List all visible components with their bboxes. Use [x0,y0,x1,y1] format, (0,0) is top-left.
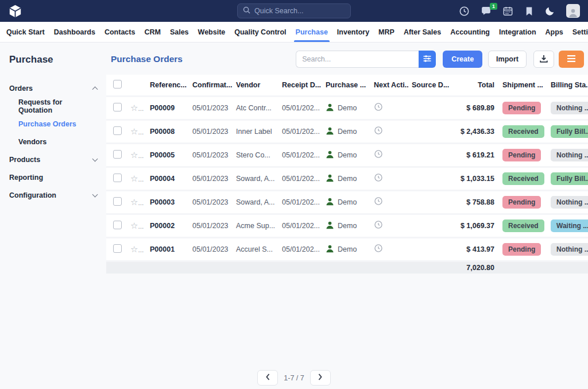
nav-item-website[interactable]: Website [194,22,230,42]
bookmark-icon[interactable] [524,6,534,16]
sidebar-item-products[interactable]: Products [0,151,106,168]
vendor-cell: Inner Label [233,120,278,143]
table-row[interactable]: ☆... P00003 05/01/2023 Soward, A... 05/0… [106,190,588,214]
confirmation-date-cell: 05/01/2023 [189,96,233,120]
create-button[interactable]: Create [443,51,482,68]
row-checkbox[interactable] [113,150,122,159]
activity-clock-icon[interactable] [374,105,383,113]
nav-item-purchase[interactable]: Purchase [291,22,332,42]
sidebar-item-orders[interactable]: Orders [0,79,106,97]
shipment-status-cell: Received [499,167,547,190]
nav-item-inventory[interactable]: Inventory [332,22,374,42]
receipt-date-cell: 05/01/202... [278,167,322,190]
receipt-date-cell: 05/01/202... [278,214,322,237]
activity-clock-icon[interactable] [374,247,383,255]
clock-icon[interactable] [459,6,470,17]
quick-search[interactable] [237,3,351,18]
column-header-source-document[interactable]: Source D... [408,75,450,96]
star-icon[interactable]: ☆ [130,150,138,160]
row-checkbox[interactable] [113,244,122,253]
activity-clock-icon[interactable] [374,199,383,207]
filter-button[interactable] [419,51,436,68]
shipment-status-badge: Received [502,219,544,232]
activity-clock-icon[interactable] [374,176,383,184]
list-view-button[interactable] [559,51,584,68]
prev-page-button[interactable] [257,370,278,386]
table-row[interactable]: ☆... P00009 05/01/2023 Atc Contr... 05/0… [106,96,588,120]
total-cell: $ 619.21 [450,143,499,167]
column-header-shipment-status[interactable]: Shipment ... [499,75,547,96]
nav-item-accounting[interactable]: Accounting [446,22,494,42]
nav-item-contacts[interactable]: Contacts [100,22,140,42]
logo-cube-icon[interactable] [8,4,22,18]
rep-avatar-icon [326,126,334,137]
row-checkbox[interactable] [113,126,122,135]
rep-name: Demo [338,128,357,136]
star-icon[interactable]: ☆ [130,221,138,230]
sidebar-item-vendors[interactable]: Vendors [0,133,106,151]
notification-badge: 1 [490,3,497,10]
table-row[interactable]: ☆... P00004 05/01/2023 Soward, A... 05/0… [106,167,588,190]
row-checkbox[interactable] [113,197,122,206]
nav-item-crm[interactable]: CRM [140,22,165,42]
nav-item-quick-start[interactable]: Quick Start [2,22,49,42]
column-header-confirmation-date[interactable]: Confirmat... [189,75,233,96]
orders-table-body: ☆... P00009 05/01/2023 Atc Contr... 05/0… [106,96,588,261]
select-all-checkbox[interactable] [113,80,122,88]
star-icon[interactable]: ☆ [130,103,138,113]
column-header-reference[interactable]: Referenc... [146,75,189,96]
sidebar-item-configuration[interactable]: Configuration [0,186,106,204]
column-header-next-activity[interactable]: Next Acti... [370,75,408,96]
dark-mode-moon-icon[interactable] [545,6,555,16]
list-search-input[interactable] [296,51,419,68]
nav-item-after-sales[interactable]: After Sales [399,22,446,42]
star-icon[interactable]: ☆ [130,244,138,254]
table-row[interactable]: ☆... P00008 05/01/2023 Inner Label 05/01… [106,120,588,143]
billing-status-cell: Fully Bill... [547,120,588,143]
activity-clock-icon[interactable] [374,129,383,137]
shipment-status-cell: Received [499,214,547,237]
messages-icon[interactable]: 1 [481,6,492,17]
nav-item-sales[interactable]: Sales [165,22,194,42]
column-header-total[interactable]: Total [450,75,499,96]
table-row[interactable]: ☆... P00002 05/01/2023 Acme Sup... 05/01… [106,214,588,237]
user-avatar[interactable] [566,4,580,18]
export-download-button[interactable] [533,51,554,68]
nav-item-quality-control[interactable]: Quality Control [230,22,291,42]
shipment-status-cell: Pending [499,96,547,120]
column-header-billing-status[interactable]: Billing Sta... [547,75,588,96]
total-cell: $ 689.89 [450,96,499,120]
row-checkbox[interactable] [113,174,122,182]
billing-status-cell: Nothing ... [547,143,588,167]
nav-item-integration[interactable]: Integration [494,22,541,42]
nav-item-apps[interactable]: Apps [541,22,568,42]
table-row[interactable]: ☆... P00005 05/01/2023 Stero Co... 05/01… [106,143,588,167]
quick-search-input[interactable] [254,7,341,15]
star-icon[interactable]: ☆ [130,126,138,136]
billing-status-cell: Waiting ... [547,214,588,237]
purchase-rep-cell: Demo [322,120,370,143]
sidebar-item-reporting[interactable]: Reporting [0,168,106,186]
table-row[interactable]: ☆... P00001 05/01/2023 Accurel S... 05/0… [106,237,588,261]
activity-clock-icon[interactable] [374,223,383,231]
purchase-rep-cell: Demo [322,143,370,167]
nav-item-mrp[interactable]: MRP [374,22,399,42]
vendor-cell: Accurel S... [233,237,278,261]
sidebar-item-purchase-orders[interactable]: Purchase Orders [0,115,106,133]
row-checkbox[interactable] [113,221,122,229]
column-header-receipt-date[interactable]: Receipt D... [278,75,322,96]
orders-table: Referenc... Confirmat... Vendor Receipt … [106,75,588,274]
column-header-vendor[interactable]: Vendor [233,75,278,96]
calendar-icon[interactable] [502,6,513,17]
activity-clock-icon[interactable] [374,152,383,160]
receipt-date-cell: 05/01/202... [278,190,322,214]
column-header-purchase-rep[interactable]: Purchase ... [322,75,370,96]
nav-item-dashboards[interactable]: Dashboards [49,22,100,42]
star-icon[interactable]: ☆ [130,174,138,183]
sidebar-item-requests-for-quotation[interactable]: Requests for Quotation [0,97,106,115]
row-checkbox[interactable] [113,103,122,111]
star-icon[interactable]: ☆ [130,197,138,207]
nav-item-settings[interactable]: Settings [568,22,588,42]
import-button[interactable]: Import [488,51,527,68]
next-page-button[interactable] [310,370,331,386]
